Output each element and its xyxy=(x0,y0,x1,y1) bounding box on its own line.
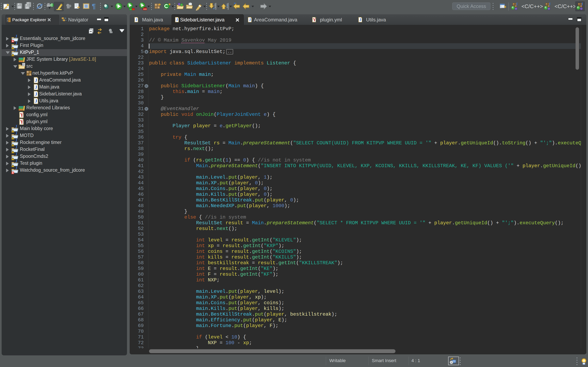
svg-text:J: J xyxy=(176,17,178,22)
svg-text:J: J xyxy=(15,139,17,143)
svg-text:J: J xyxy=(15,167,17,170)
svg-text:J: J xyxy=(35,91,37,97)
svg-text:Y: Y xyxy=(20,112,24,118)
svg-text:J: J xyxy=(581,2,583,7)
svg-text:J: J xyxy=(35,98,37,104)
svg-text:J: J xyxy=(35,84,37,90)
svg-text:J: J xyxy=(249,17,251,22)
svg-text:J: J xyxy=(15,42,17,46)
svg-text:J: J xyxy=(516,2,518,7)
svg-text:J: J xyxy=(35,77,37,83)
svg-text:J: J xyxy=(15,146,17,150)
svg-text:J: J xyxy=(548,2,551,7)
svg-text:J: J xyxy=(15,125,17,129)
svg-text:J: J xyxy=(359,17,361,22)
svg-text:J: J xyxy=(15,132,17,136)
svg-text:J: J xyxy=(15,49,17,53)
svg-text:Y: Y xyxy=(313,17,316,22)
svg-text:Y: Y xyxy=(20,119,24,125)
svg-text:J: J xyxy=(15,160,17,164)
svg-text:J: J xyxy=(15,35,17,39)
svg-text:J: J xyxy=(15,153,17,157)
svg-text:J: J xyxy=(135,17,138,22)
